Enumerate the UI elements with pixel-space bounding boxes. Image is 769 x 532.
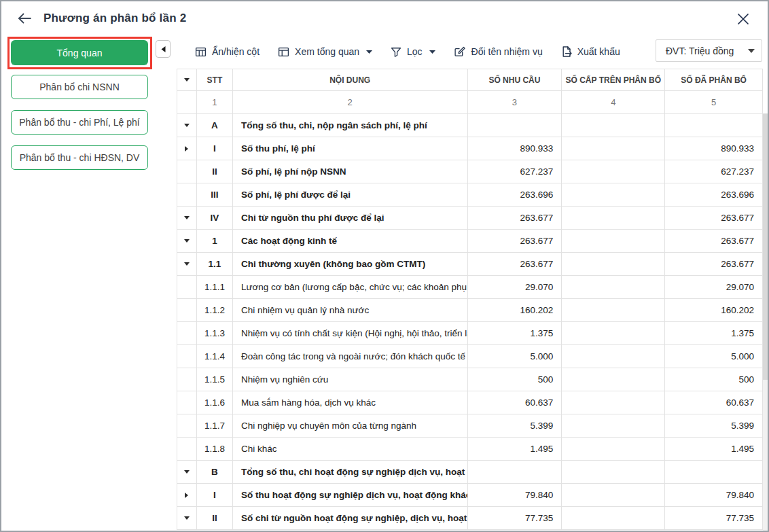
sidebar: Tổng quanPhân bổ chi NSNNPhân bổ thu - c… [1,35,175,531]
cell-so-nhu-cau: 5.000 [468,345,562,368]
cell-so-da-phan-bo: 160.202 [665,299,763,322]
close-button[interactable] [736,12,750,26]
export-button[interactable]: Xuất khẩu [561,46,620,58]
expander-down-icon[interactable] [177,253,196,275]
sidebar-item-tong-quan[interactable]: Tổng quan [11,40,148,65]
cell-so-da-phan-bo: 5.399 [665,414,763,438]
cell-stt: 1.1.5 [197,368,233,391]
filter-button[interactable]: Lọc [391,46,435,58]
table-row: 1.1Chi thường xuyên (không bao gồm CTMT)… [177,253,763,276]
expander-down-icon[interactable] [177,114,196,137]
sidebar-collapse-button[interactable] [156,40,171,58]
view-overview-button[interactable]: Xem tổng quan [278,46,372,58]
expander-cell[interactable] [177,253,197,276]
expander-cell[interactable] [177,484,197,507]
cell-stt: 1.1.3 [197,322,233,345]
expander-right-icon[interactable] [177,137,196,160]
expander-cell [177,276,197,299]
cell-so-nhu-cau: 627.237 [468,160,562,183]
cell-noi-dung: Chi khác [233,438,468,461]
export-icon [561,46,572,58]
vertical-scrollbar-thumb[interactable] [763,113,769,380]
vertical-scrollbar[interactable] [763,113,769,531]
sidebar-item-phan-bo-thu-chi-hdsn-dv[interactable]: Phân bổ thu - chi HĐSN, DV [11,145,148,170]
filter-icon [391,46,401,58]
back-button[interactable] [16,10,33,26]
cell-so-nhu-cau: 500 [468,368,562,391]
dialog-titlebar: Phương án phân bổ lần 2 [1,1,768,35]
cell-stt: 1.1.1 [197,276,233,299]
cell-noi-dung: Chi từ nguồn thu phí được để lại [233,207,468,230]
cell-so-da-phan-bo: 263.696 [665,183,763,207]
expander-cell[interactable] [177,507,197,530]
expander-down-icon[interactable] [184,78,190,82]
expander-cell [177,345,197,368]
expander-down-icon[interactable] [177,461,196,483]
cell-so-cap-tren-phan-bo [562,114,665,137]
expander-cell[interactable] [177,230,197,253]
expander-down-icon[interactable] [177,207,196,229]
cell-so-cap-tren-phan-bo [562,368,665,391]
cell-noi-dung: Số thu hoạt động sự nghiệp dịch vụ, hoạt… [233,484,468,507]
cell-so-nhu-cau: 5.399 [468,414,562,438]
expander-cell [177,322,197,345]
unit-selector-label: ĐVT: Triệu đồng [666,46,748,56]
table-row: ATổng số thu, chi, nộp ngân sách phí, lệ… [177,114,763,137]
cell-so-cap-tren-phan-bo [562,183,665,207]
toggle-columns-button[interactable]: Ẩn/hiện cột [195,46,260,58]
sidebar-item-phan-bo-chi-nsnn[interactable]: Phân bổ chi NSNN [11,75,148,99]
cell-noi-dung: Số thu phí, lệ phí [233,137,468,160]
expander-cell[interactable] [177,207,197,230]
column-header-3: SỐ NHU CẦU [468,69,562,91]
expander-cell[interactable] [177,137,197,160]
cell-so-nhu-cau: 1.375 [468,322,562,345]
cell-so-cap-tren-phan-bo [562,230,665,253]
column-number-cell: 1 [197,91,233,114]
expander-down-icon[interactable] [177,230,196,252]
cell-stt: B [197,461,233,484]
table-row: IISố phí, lệ phí nộp NSNN627.237627.237 [177,160,763,183]
cell-noi-dung: Số phí, lệ phí được để lại [233,183,468,207]
expander-right-icon[interactable] [177,484,196,506]
cell-so-da-phan-bo: 77.735 [665,507,763,530]
expander-cell[interactable] [177,461,197,484]
sidebar-item-phan-bo-thu-chi-phi-le-phi[interactable]: Phân bổ thu - chi Phí, Lệ phí [11,110,148,135]
expand-all-header-cell[interactable] [177,69,197,91]
cell-stt: 1.1.8 [197,438,233,461]
rename-task-button[interactable]: Đổi tên nhiệm vụ [454,46,543,58]
cell-so-nhu-cau: 160.202 [468,299,562,322]
cell-so-cap-tren-phan-bo [562,322,665,345]
cell-so-da-phan-bo: 263.677 [665,207,763,230]
column-header-5: SỐ ĐÃ PHÂN BỔ [665,69,763,91]
cell-so-cap-tren-phan-bo [562,160,665,183]
expander-cell [177,414,197,438]
expander-down-icon[interactable] [177,507,196,529]
cell-so-nhu-cau [468,461,562,484]
column-number-cell: 5 [665,91,763,114]
cell-so-da-phan-bo: 5.000 [665,345,763,368]
cell-noi-dung: Chi nhiệm vụ quản lý nhà nước [233,299,468,322]
table-row: 1.1.4Đoàn công tác trong và ngoài nước; … [177,345,763,368]
column-number-row: 12345 [177,91,763,114]
cell-so-nhu-cau: 60.637 [468,391,562,414]
expander-cell [177,391,197,414]
column-header-2: NỘI DUNG [233,69,468,91]
column-number-cell: 2 [233,91,468,114]
cell-so-da-phan-bo: 263.677 [665,253,763,276]
cell-so-cap-tren-phan-bo [562,484,665,507]
cell-noi-dung: Nhiệm vụ có tính chất sự kiện (Hội nghị,… [233,322,468,345]
cell-noi-dung: Tổng số thu, chi hoạt động sự nghiệp dịc… [233,461,468,484]
unit-selector[interactable]: ĐVT: Triệu đồng [656,39,762,62]
cell-so-cap-tren-phan-bo [562,345,665,368]
cell-so-nhu-cau: 263.677 [468,230,562,253]
cell-noi-dung: Đoàn công tác trong và ngoài nước; đón k… [233,345,468,368]
cell-noi-dung: Số chi từ nguồn hoạt động sự nghiệp, dịc… [233,507,468,530]
cell-so-da-phan-bo: 627.237 [665,160,763,183]
table-row: IISố chi từ nguồn hoạt động sự nghiệp, d… [177,507,763,530]
cell-so-da-phan-bo: 263.677 [665,230,763,253]
expander-cell[interactable] [177,114,197,137]
expander-cell [177,438,197,461]
cell-noi-dung: Chi thường xuyên (không bao gồm CTMT) [233,253,468,276]
table-row: 1.1.6Mua sắm hàng hóa, dịch vụ khác60.63… [177,391,763,414]
rename-icon [454,46,466,58]
